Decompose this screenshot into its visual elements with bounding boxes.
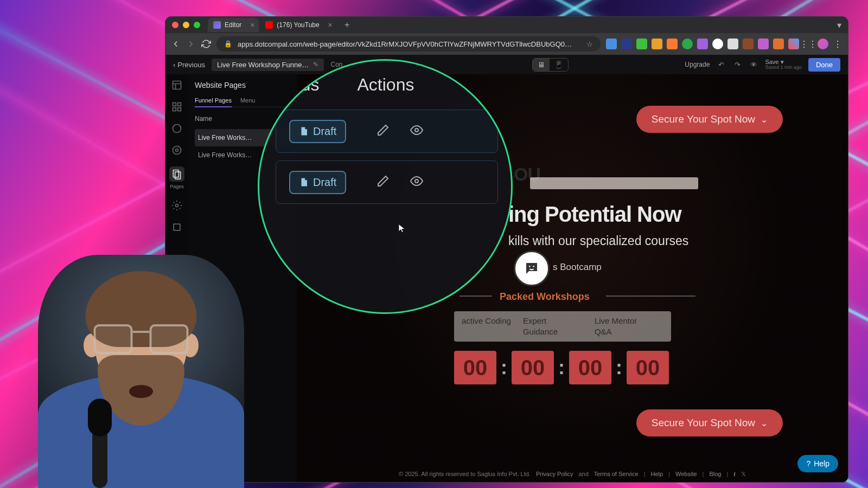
back-button[interactable] — [171, 39, 181, 49]
svg-point-5 — [173, 125, 181, 133]
save-dropdown[interactable]: Save ▾ Saved 1 min ago — [765, 59, 802, 70]
forward-button[interactable] — [186, 39, 196, 49]
puzzle-icon[interactable]: ⋮⋮ — [803, 39, 813, 49]
favicon-dotcompal-icon — [213, 21, 221, 29]
terms-link[interactable]: Terms of Service — [594, 471, 639, 477]
pages-label: Pages — [170, 184, 184, 189]
secure-spot-cta-button[interactable]: Secure Your Spot Now ⌄ — [636, 409, 783, 436]
extension-icon[interactable] — [652, 38, 662, 49]
feature-item: Expert Guidance — [523, 316, 583, 337]
svg-point-6 — [176, 149, 178, 152]
svg-rect-2 — [178, 103, 181, 106]
page-title-chip[interactable]: Live Free Workshop Funne… ✎ — [212, 59, 324, 71]
page-list-row[interactable]: Draft — [276, 160, 498, 204]
extension-icon[interactable] — [788, 38, 799, 49]
blocks-icon[interactable] — [171, 101, 182, 112]
new-tab-button[interactable]: + — [341, 19, 353, 31]
input-placeholder[interactable] — [530, 177, 698, 189]
desktop-view-button[interactable]: 🖥 — [533, 59, 550, 71]
browser-tab-editor[interactable]: Editor × — [208, 18, 259, 32]
extension-icon[interactable] — [697, 38, 708, 49]
address-bar: 🔒 apps.dotcompal.com/web-page/editor/VkZ… — [165, 33, 848, 55]
mobile-view-button[interactable]: 📱 — [550, 59, 568, 71]
elements-icon[interactable] — [171, 123, 182, 134]
feature-item: active Coding — [462, 316, 511, 326]
svg-point-12 — [529, 266, 531, 267]
edit-pencil-icon[interactable] — [376, 124, 390, 139]
extension-icon[interactable] — [773, 38, 784, 49]
titlebar: Editor × (176) YouTube × + ▾ — [165, 17, 848, 33]
extension-icon[interactable] — [743, 38, 754, 49]
kebab-menu-icon[interactable]: ⋮ — [833, 39, 843, 49]
styles-icon[interactable] — [171, 145, 182, 156]
secure-spot-cta-button[interactable]: Secure Your Spot Now ⌄ — [636, 106, 783, 133]
done-button[interactable]: Done — [808, 58, 840, 72]
close-window-button[interactable] — [172, 22, 178, 28]
expand-icon[interactable] — [171, 222, 182, 233]
redo-button[interactable]: ↷ — [732, 60, 742, 69]
pages-icon[interactable] — [169, 166, 184, 182]
minimize-window-button[interactable] — [183, 22, 189, 28]
bootcamp-text: s Bootcamp — [553, 262, 602, 273]
privacy-link[interactable]: Privacy Policy — [536, 471, 573, 477]
previous-link[interactable]: ‹ Previous — [173, 61, 205, 69]
extension-icon[interactable] — [667, 38, 678, 49]
preview-eye-icon[interactable] — [410, 175, 423, 190]
help-question-icon: ? — [806, 459, 810, 468]
bookmark-star-icon[interactable]: ☆ — [586, 40, 593, 48]
url-text: apps.dotcompal.com/web-page/editor/VkZkd… — [238, 40, 572, 48]
extension-icon[interactable] — [621, 38, 632, 49]
close-tab-icon[interactable]: × — [250, 21, 254, 29]
favicon-youtube-icon — [265, 21, 273, 29]
blog-link[interactable]: Blog — [709, 471, 721, 477]
chevron-down-icon: ⌄ — [761, 418, 768, 428]
undo-button[interactable]: ↶ — [716, 60, 726, 69]
viewport: ‹ Previous Live Free Workshop Funne… ✎ C… — [165, 55, 848, 482]
extension-icon[interactable] — [606, 38, 617, 49]
device-preview-toggle: 🖥 📱 — [532, 58, 569, 72]
url-bar[interactable]: 🔒 apps.dotcompal.com/web-page/editor/VkZ… — [216, 36, 601, 52]
subtab-menu[interactable]: Menu — [240, 97, 256, 104]
page-list-row[interactable]: Draft — [276, 110, 498, 153]
subtab-funnel-pages[interactable]: Funnel Pages — [195, 97, 232, 107]
help-link[interactable]: Help — [651, 471, 663, 477]
lock-icon: 🔒 — [224, 40, 232, 48]
facebook-icon[interactable]: f — [733, 471, 736, 477]
pencil-icon[interactable]: ✎ — [313, 61, 318, 68]
svg-rect-9 — [175, 172, 181, 179]
reload-button[interactable] — [201, 39, 211, 49]
browser-tab-youtube[interactable]: (176) YouTube × — [260, 18, 336, 32]
preview-eye-icon[interactable] — [410, 124, 423, 139]
website-link[interactable]: Website — [675, 471, 697, 477]
x-twitter-icon[interactable]: 𝕏 — [741, 471, 746, 478]
help-widget-button[interactable]: ? Help — [797, 455, 838, 472]
svg-point-7 — [173, 146, 181, 155]
extension-icon[interactable] — [682, 38, 693, 49]
svg-rect-0 — [173, 81, 181, 89]
extension-icon[interactable] — [758, 38, 769, 49]
svg-point-14 — [415, 129, 418, 132]
tab-overflow-button[interactable]: ▾ — [837, 20, 841, 30]
window-traffic-lights — [172, 22, 200, 28]
layout-icon[interactable] — [171, 80, 182, 91]
profile-avatar-icon[interactable] — [818, 38, 828, 49]
chevron-left-icon: ‹ — [173, 61, 175, 69]
svg-rect-1 — [173, 103, 176, 106]
extension-icon[interactable] — [727, 38, 738, 49]
countdown-minutes: 00 — [569, 351, 611, 384]
chat-bubble-icon[interactable] — [514, 251, 550, 286]
features-row: active Coding Expert Guidance Live Mento… — [454, 311, 671, 342]
extension-icon[interactable] — [712, 38, 723, 49]
countdown-timer: 00 : 00 : 00 : 00 — [454, 351, 669, 384]
extension-icon[interactable] — [636, 38, 647, 49]
upgrade-link[interactable]: Upgrade — [685, 61, 710, 68]
draft-status-badge: Draft — [289, 120, 346, 143]
draft-status-badge: Draft — [289, 171, 346, 194]
svg-point-10 — [176, 204, 178, 207]
gear-icon[interactable] — [171, 200, 182, 211]
page-footer: © 2025. All rights reserved to Saglus In… — [297, 466, 848, 482]
preview-eye-icon[interactable]: 👁 — [749, 60, 758, 69]
close-tab-icon[interactable]: × — [328, 21, 332, 29]
maximize-window-button[interactable] — [194, 22, 200, 28]
edit-pencil-icon[interactable] — [376, 175, 390, 190]
